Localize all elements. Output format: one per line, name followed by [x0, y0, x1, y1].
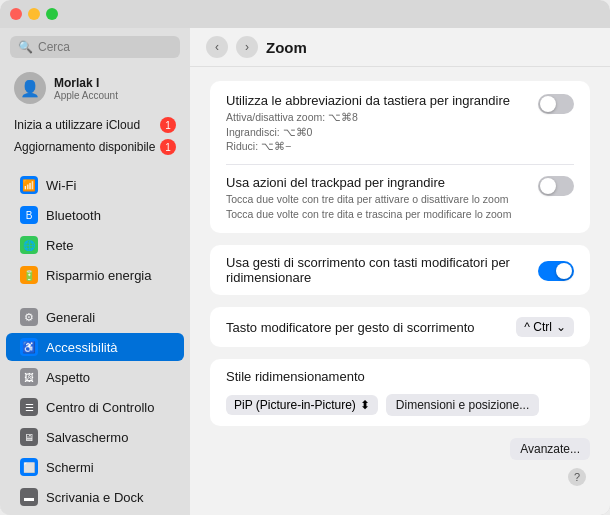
accessibility-icon: ♿: [20, 338, 38, 356]
stile-card: Stile ridimensionamento PiP (Picture-in-…: [210, 359, 590, 426]
user-name: Morlak I: [54, 76, 118, 90]
sidebar-item-rete[interactable]: 🌐 Rete: [6, 231, 184, 259]
help-row: ?: [210, 468, 590, 486]
control-center-icon: ☰: [20, 398, 38, 416]
maximize-button[interactable]: [46, 8, 58, 20]
card-divider: [226, 164, 574, 165]
sidebar-item-wifi[interactable]: 📶 Wi-Fi: [6, 171, 184, 199]
sidebar-item-label-generali: Generali: [46, 310, 95, 325]
chevron-right-icon: ›: [245, 40, 249, 54]
nav-back-button[interactable]: ‹: [206, 36, 228, 58]
abbreviazioni-desc: Attiva/disattiva zoom: ⌥⌘8 Ingrandisci: …: [226, 110, 528, 154]
abbreviazioni-text: Utilizza le abbreviazioni da tastiera pe…: [226, 93, 528, 154]
main-panel: ‹ › Zoom Utilizza le abbreviazioni da ta…: [190, 28, 610, 515]
battery-icon: 🔋: [20, 266, 38, 284]
main-window: 🔍 👤 Morlak I Apple Account Inizia a util…: [0, 0, 610, 515]
general-icon: ⚙: [20, 308, 38, 326]
sidebar-item-label-accessibilita: Accessibilità: [46, 340, 118, 355]
sidebar-item-scrivania[interactable]: ▬ Scrivania e Dock: [6, 483, 184, 511]
search-box[interactable]: 🔍: [10, 36, 180, 58]
notification-update[interactable]: Aggiornamento disponibile 1: [0, 136, 190, 158]
abbreviazioni-label: Utilizza le abbreviazioni da tastiera pe…: [226, 93, 528, 108]
user-info: Morlak I Apple Account: [54, 76, 118, 101]
trackpad-row: Usa azioni del trackpad per ingrandire T…: [226, 175, 574, 221]
stile-label: Stile ridimensionamento: [226, 369, 365, 384]
pip-value: PiP (Picture-in-Picture): [234, 398, 356, 412]
sidebar-item-schermi[interactable]: ⬜ Schermi: [6, 453, 184, 481]
screensaver-icon: 🖥: [20, 428, 38, 446]
update-label: Aggiornamento disponibile: [14, 140, 155, 154]
search-input[interactable]: [38, 40, 172, 54]
notification-icloud[interactable]: Inizia a utilizzare iCloud 1: [0, 114, 190, 136]
scorrimento-card: Usa gesti di scorrimento con tasti modif…: [210, 245, 590, 295]
tasto-mod-label: Tasto modificatore per gesto di scorrime…: [226, 320, 475, 335]
nav-forward-button[interactable]: ›: [236, 36, 258, 58]
tasto-mod-card: Tasto modificatore per gesto di scorrime…: [210, 307, 590, 347]
appearance-icon: 🖼: [20, 368, 38, 386]
help-button[interactable]: ?: [568, 468, 586, 486]
avanzate-row: Avanzate...: [210, 438, 590, 460]
abbreviazioni-row: Utilizza le abbreviazioni da tastiera pe…: [226, 93, 574, 154]
ctrl-value: ^ Ctrl: [524, 320, 552, 334]
sidebar-item-risparmio[interactable]: 🔋 Risparmio energia: [6, 261, 184, 289]
avanzate-button[interactable]: Avanzate...: [510, 438, 590, 460]
sidebar-item-bluetooth[interactable]: B Bluetooth: [6, 201, 184, 229]
minimize-button[interactable]: [28, 8, 40, 20]
trackpad-label: Usa azioni del trackpad per ingrandire: [226, 175, 528, 190]
wifi-icon: 📶: [20, 176, 38, 194]
pip-select[interactable]: PiP (Picture-in-Picture) ⬍: [226, 395, 378, 415]
scorrimento-label: Usa gesti di scorrimento con tasti modif…: [226, 255, 538, 285]
titlebar: [0, 0, 610, 28]
dock-icon: ▬: [20, 488, 38, 506]
trackpad-desc: Tocca due volte con tre dita per attivar…: [226, 192, 528, 221]
panel-header: ‹ › Zoom: [190, 28, 610, 67]
network-icon: 🌐: [20, 236, 38, 254]
sidebar-item-label-salvaschermo: Salvaschermo: [46, 430, 128, 445]
sidebar-item-label-wifi: Wi-Fi: [46, 178, 76, 193]
sidebar-item-accessibilita[interactable]: ♿ Accessibilità: [6, 333, 184, 361]
chevron-left-icon: ‹: [215, 40, 219, 54]
user-section[interactable]: 👤 Morlak I Apple Account: [0, 68, 190, 114]
sidebar-item-controllo[interactable]: ☰ Centro di Controllo: [6, 393, 184, 421]
trackpad-toggle[interactable]: [538, 176, 574, 196]
dimensioni-button[interactable]: Dimensioni e posizione...: [386, 394, 539, 416]
icloud-badge: 1: [160, 117, 176, 133]
sidebar-item-label-bluetooth: Bluetooth: [46, 208, 101, 223]
bluetooth-icon: B: [20, 206, 38, 224]
sidebar-item-label-controllo: Centro di Controllo: [46, 400, 154, 415]
toggle-knob-3: [556, 263, 572, 279]
sidebar-item-generali[interactable]: ⚙ Generali: [6, 303, 184, 331]
sidebar-item-aspetto[interactable]: 🖼 Aspetto: [6, 363, 184, 391]
scorrimento-toggle[interactable]: [538, 261, 574, 281]
pip-chevron-icon: ⬍: [360, 398, 370, 412]
sidebar-item-label-rete: Rete: [46, 238, 73, 253]
panel-body: Utilizza le abbreviazioni da tastiera pe…: [190, 67, 610, 515]
sidebar-item-label-risparmio: Risparmio energia: [46, 268, 152, 283]
close-button[interactable]: [10, 8, 22, 20]
sidebar: 🔍 👤 Morlak I Apple Account Inizia a util…: [0, 28, 190, 515]
avatar: 👤: [14, 72, 46, 104]
tasto-mod-select[interactable]: ^ Ctrl ⌄: [516, 317, 574, 337]
abbreviazioni-card: Utilizza le abbreviazioni da tastiera pe…: [210, 81, 590, 233]
search-icon: 🔍: [18, 40, 33, 54]
toggle-knob: [540, 96, 556, 112]
sidebar-item-label-aspetto: Aspetto: [46, 370, 90, 385]
displays-icon: ⬜: [20, 458, 38, 476]
user-subtitle: Apple Account: [54, 90, 118, 101]
sidebar-item-salvaschermo[interactable]: 🖥 Salvaschermo: [6, 423, 184, 451]
sidebar-item-label-schermi: Schermi: [46, 460, 94, 475]
chevron-down-icon: ⌄: [556, 320, 566, 334]
sidebar-item-label-scrivania: Scrivania e Dock: [46, 490, 144, 505]
panel-title: Zoom: [266, 39, 307, 56]
content-area: 🔍 👤 Morlak I Apple Account Inizia a util…: [0, 28, 610, 515]
abbreviazioni-toggle[interactable]: [538, 94, 574, 114]
stile-controls: PiP (Picture-in-Picture) ⬍ Dimensioni e …: [226, 394, 539, 416]
update-badge: 1: [160, 139, 176, 155]
trackpad-text: Usa azioni del trackpad per ingrandire T…: [226, 175, 528, 221]
toggle-knob-2: [540, 178, 556, 194]
icloud-label: Inizia a utilizzare iCloud: [14, 118, 140, 132]
